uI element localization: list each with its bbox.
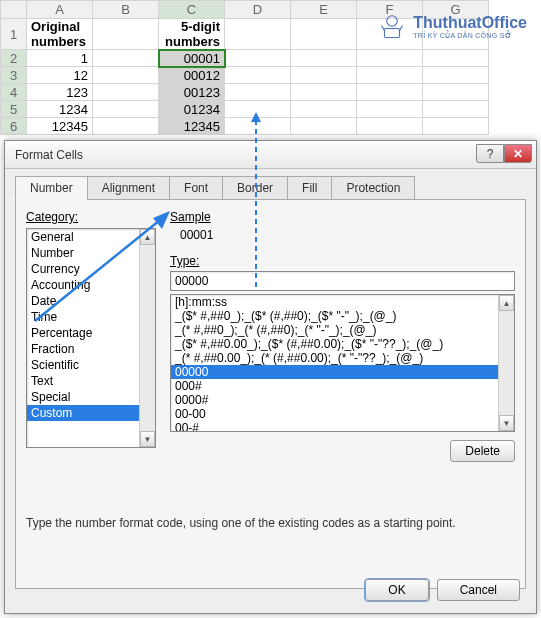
tab-fill[interactable]: Fill [287, 176, 332, 200]
col-header-b[interactable]: B [93, 1, 159, 19]
cell[interactable] [357, 84, 423, 101]
cell[interactable] [291, 50, 357, 67]
col-header-a[interactable]: A [27, 1, 93, 19]
scroll-down-icon[interactable]: ▼ [140, 431, 155, 447]
row-header-6[interactable]: 6 [1, 118, 27, 135]
cell[interactable] [357, 101, 423, 118]
close-button[interactable]: ✕ [504, 144, 532, 163]
cell[interactable] [423, 118, 489, 135]
cell[interactable] [291, 67, 357, 84]
cell[interactable] [225, 19, 291, 50]
cell[interactable] [225, 84, 291, 101]
category-item[interactable]: Fraction [27, 341, 139, 357]
format-list[interactable]: [h]:mm:ss _($* #,##0_);_($* (#,##0);_($*… [170, 294, 515, 432]
cell[interactable] [225, 67, 291, 84]
cell[interactable] [423, 84, 489, 101]
cell[interactable] [357, 50, 423, 67]
cell[interactable] [93, 84, 159, 101]
category-item[interactable]: Scientific [27, 357, 139, 373]
tab-alignment[interactable]: Alignment [87, 176, 170, 200]
category-item[interactable]: Percentage [27, 325, 139, 341]
format-item[interactable]: _($* #,##0.00_);_($* (#,##0.00);_($* "-"… [171, 337, 498, 351]
category-listbox[interactable]: General Number Currency Accounting Date … [26, 228, 156, 448]
type-input[interactable] [170, 271, 515, 291]
delete-button[interactable]: Delete [450, 440, 515, 462]
row-header-1[interactable]: 1 [1, 19, 27, 50]
format-item[interactable]: 0000# [171, 393, 498, 407]
format-item[interactable]: 00-# [171, 421, 498, 432]
format-item[interactable]: _($* #,##0_);_($* (#,##0);_($* "-"_);_(@… [171, 309, 498, 323]
cell[interactable]: 00123 [159, 84, 225, 101]
category-item[interactable]: Number [27, 245, 139, 261]
help-button[interactable]: ? [476, 144, 504, 163]
format-item[interactable]: [h]:mm:ss [171, 295, 498, 309]
format-item[interactable]: 00-00 [171, 407, 498, 421]
cell[interactable]: 1234 [27, 101, 93, 118]
tab-border[interactable]: Border [222, 176, 288, 200]
cell[interactable] [225, 50, 291, 67]
cell[interactable]: 01234 [159, 101, 225, 118]
row-header-4[interactable]: 4 [1, 84, 27, 101]
row-header-3[interactable]: 3 [1, 67, 27, 84]
cell[interactable]: Original numbers [27, 19, 93, 50]
select-all-corner[interactable] [1, 1, 27, 19]
cell[interactable]: 5-digit numbers [159, 19, 225, 50]
help-text: Type the number format code, using one o… [26, 516, 515, 530]
cell[interactable] [93, 19, 159, 50]
cell[interactable] [93, 101, 159, 118]
category-item-custom[interactable]: Custom [27, 405, 139, 421]
col-header-e[interactable]: E [291, 1, 357, 19]
tab-protection[interactable]: Protection [331, 176, 415, 200]
category-item[interactable]: Accounting [27, 277, 139, 293]
ok-button[interactable]: OK [365, 579, 428, 601]
format-item[interactable]: _(* #,##0.00_);_(* (#,##0.00);_(* "-"??_… [171, 351, 498, 365]
cell[interactable]: 00012 [159, 67, 225, 84]
cell[interactable] [357, 118, 423, 135]
category-item[interactable]: Currency [27, 261, 139, 277]
svg-point-0 [387, 16, 398, 27]
cell[interactable] [291, 101, 357, 118]
row-header-2[interactable]: 2 [1, 50, 27, 67]
col-header-d[interactable]: D [225, 1, 291, 19]
cell[interactable] [225, 101, 291, 118]
category-item[interactable]: Date [27, 293, 139, 309]
format-item-selected[interactable]: 00000 [171, 365, 498, 379]
cell[interactable]: 123 [27, 84, 93, 101]
cell[interactable] [423, 101, 489, 118]
category-item[interactable]: General [27, 229, 139, 245]
dialog-titlebar[interactable]: Format Cells ? ✕ [5, 141, 536, 169]
format-item[interactable]: _(* #,##0_);_(* (#,##0);_(* "-"_);_(@_) [171, 323, 498, 337]
watermark-title: ThuthuatOffice [413, 14, 527, 32]
cell[interactable] [291, 19, 357, 50]
category-item[interactable]: Text [27, 373, 139, 389]
cell[interactable] [357, 67, 423, 84]
cell[interactable]: 12345 [159, 118, 225, 135]
cell[interactable] [291, 118, 357, 135]
cell[interactable]: 12345 [27, 118, 93, 135]
tab-font[interactable]: Font [169, 176, 223, 200]
scroll-down-icon[interactable]: ▼ [499, 415, 514, 431]
cell[interactable] [93, 50, 159, 67]
cancel-button[interactable]: Cancel [437, 579, 520, 601]
cell[interactable] [93, 67, 159, 84]
format-cells-dialog: Format Cells ? ✕ Number Alignment Font B… [4, 140, 537, 614]
tab-number[interactable]: Number [15, 176, 88, 200]
scroll-up-icon[interactable]: ▲ [499, 295, 514, 311]
cell[interactable] [225, 118, 291, 135]
category-item[interactable]: Special [27, 389, 139, 405]
scrollbar[interactable]: ▲ ▼ [498, 295, 514, 431]
category-item[interactable]: Time [27, 309, 139, 325]
scrollbar[interactable]: ▲ ▼ [139, 229, 155, 447]
scroll-up-icon[interactable]: ▲ [140, 229, 155, 245]
col-header-c[interactable]: C [159, 1, 225, 19]
dialog-title: Format Cells [15, 148, 476, 162]
cell[interactable] [93, 118, 159, 135]
format-item[interactable]: 000# [171, 379, 498, 393]
row-header-5[interactable]: 5 [1, 101, 27, 118]
cell[interactable] [291, 84, 357, 101]
cell[interactable]: 1 [27, 50, 93, 67]
cell[interactable]: 12 [27, 67, 93, 84]
cell[interactable]: 00001 [159, 50, 225, 67]
cell[interactable] [423, 50, 489, 67]
cell[interactable] [423, 67, 489, 84]
